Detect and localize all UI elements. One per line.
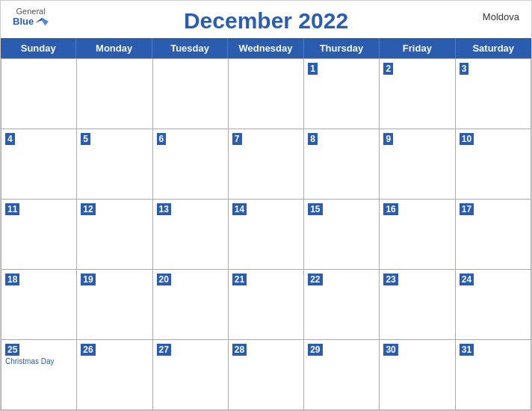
day-cell: 2 [380,59,455,129]
day-number: 16 [383,203,398,215]
svg-marker-1 [42,17,49,25]
day-cell: 27 [153,340,229,410]
day-tuesday: Tuesday [152,38,228,58]
day-number: 15 [308,203,322,215]
day-number: 25 [5,344,19,356]
day-cell: 31 [456,340,531,410]
day-monday: Monday [76,38,152,58]
day-cell: 30 [380,340,455,410]
logo-general-text: General [16,7,46,16]
logo-blue-text: Blue [13,16,49,27]
day-friday: Friday [380,38,455,58]
day-cell: 29 [304,340,380,410]
day-number: 28 [232,344,247,356]
days-header: Sunday Monday Tuesday Wednesday Thursday… [1,38,531,58]
day-cell: 22 [304,270,380,340]
day-cell: 16 [380,200,455,270]
day-number: 23 [383,274,398,285]
day-number: 24 [460,274,474,285]
day-cell [1,59,77,129]
country-label: Moldova [483,11,519,22]
day-number: 29 [308,344,322,356]
day-cell [77,59,152,129]
day-cell: 9 [380,129,455,200]
day-cell [229,59,304,129]
day-number: 27 [157,344,171,356]
day-sunday: Sunday [1,38,76,58]
logo-bird-icon [35,16,49,27]
day-number: 3 [460,63,469,75]
calendar-container: General Blue December 2022 Moldova Sunda… [0,0,532,411]
day-thursday: Thursday [304,38,380,58]
day-event: Christmas Day [5,357,72,365]
day-number: 31 [460,344,474,356]
day-cell: 15 [304,200,380,270]
day-wednesday: Wednesday [228,38,303,58]
day-number: 18 [5,274,19,285]
day-number: 7 [232,133,242,145]
day-number: 10 [460,133,474,145]
day-cell: 5 [77,129,152,200]
day-number: 13 [157,203,171,215]
day-cell: 21 [229,270,304,340]
day-cell: 18 [1,270,77,340]
day-number: 30 [383,344,398,356]
day-number: 9 [383,133,393,145]
day-number: 5 [81,133,90,145]
day-cell: 11 [1,200,77,270]
day-cell: 14 [229,200,304,270]
day-cell [153,59,229,129]
day-number: 22 [308,274,322,285]
day-number: 20 [157,274,171,285]
day-cell: 26 [77,340,152,410]
day-number: 17 [460,203,474,215]
day-cell: 20 [153,270,229,340]
day-number: 26 [81,344,95,356]
day-number: 6 [157,133,167,145]
logo: General Blue [13,7,49,27]
day-cell: 12 [77,200,152,270]
calendar-title: December 2022 [184,8,348,34]
day-cell: 10 [456,129,531,200]
day-number: 11 [5,203,19,215]
day-cell: 23 [380,270,455,340]
day-number: 1 [308,63,318,75]
day-cell: 28 [229,340,304,410]
day-cell: 1 [304,59,380,129]
day-cell: 25Christmas Day [1,340,77,410]
day-saturday: Saturday [456,38,531,58]
day-cell: 17 [456,200,531,270]
day-number: 4 [5,133,15,145]
day-cell: 3 [456,59,531,129]
day-cell: 13 [153,200,229,270]
calendar-header: General Blue December 2022 Moldova [1,1,531,38]
day-cell: 7 [229,129,304,200]
day-cell: 19 [77,270,152,340]
day-cell: 4 [1,129,77,200]
day-number: 8 [308,133,318,145]
day-cell: 8 [304,129,380,200]
day-number: 21 [232,274,247,285]
day-number: 14 [232,203,247,215]
day-number: 19 [81,274,95,285]
day-number: 12 [81,203,95,215]
day-cell: 24 [456,270,531,340]
day-cell: 6 [153,129,229,200]
day-number: 2 [383,63,393,75]
calendar-grid: 1234567891011121314151617181920212223242… [1,58,531,410]
